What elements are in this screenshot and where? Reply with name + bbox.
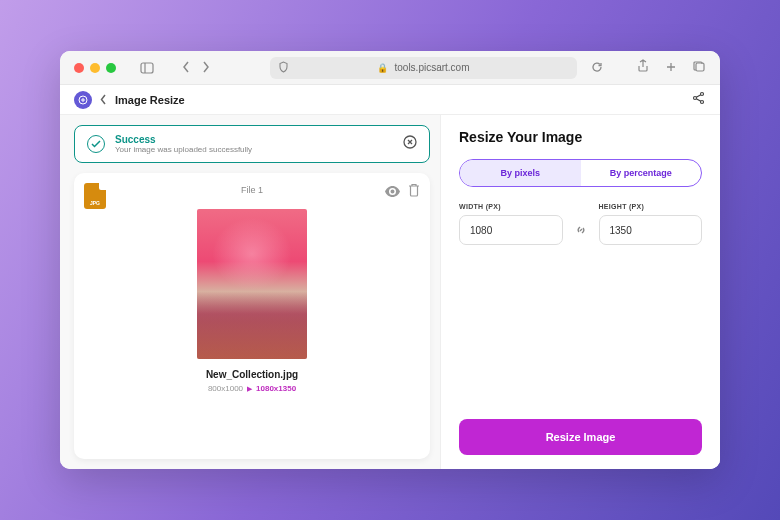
resize-mode-tabs: By pixels By percentage: [459, 159, 702, 187]
close-window-button[interactable]: [74, 63, 84, 73]
file-label: File 1: [241, 185, 263, 195]
url-text: tools.picsart.com: [394, 62, 469, 73]
image-thumbnail[interactable]: [197, 209, 307, 359]
shield-icon: [278, 61, 289, 75]
resize-panel: Resize Your Image By pixels By percentag…: [440, 115, 720, 469]
svg-rect-2: [696, 63, 704, 71]
delete-icon[interactable]: [408, 183, 420, 201]
share-icon[interactable]: [637, 59, 649, 77]
new-tab-icon[interactable]: [665, 59, 677, 77]
dimension-fields: WIDTH (PX) HEIGHT (PX): [459, 203, 702, 245]
preview-icon[interactable]: [385, 183, 400, 201]
maximize-window-button[interactable]: [106, 63, 116, 73]
lock-icon: 🔒: [377, 63, 388, 73]
width-input[interactable]: [459, 215, 563, 245]
check-circle-icon: [87, 135, 105, 153]
width-field-group: WIDTH (PX): [459, 203, 563, 245]
share-nodes-icon[interactable]: [692, 91, 706, 109]
refresh-icon[interactable]: [591, 61, 603, 75]
alert-message: Your image was uploaded successfully: [115, 145, 393, 154]
tabs-icon[interactable]: [693, 59, 706, 77]
back-caret-icon[interactable]: [100, 91, 107, 109]
page-title: Image Resize: [115, 94, 185, 106]
alert-text: Success Your image was uploaded successf…: [115, 134, 393, 154]
tab-pixels[interactable]: By pixels: [460, 160, 581, 186]
minimize-window-button[interactable]: [90, 63, 100, 73]
nav-arrows: [182, 59, 210, 77]
height-input[interactable]: [599, 215, 703, 245]
svg-point-4: [694, 96, 697, 99]
resize-button[interactable]: Resize Image: [459, 419, 702, 455]
file-type-badge: JPG: [84, 183, 106, 209]
url-bar[interactable]: 🔒 tools.picsart.com: [270, 57, 577, 79]
back-button[interactable]: [182, 59, 190, 77]
width-label: WIDTH (PX): [459, 203, 563, 210]
browser-window: 🔒 tools.picsart.com Image Resize Success…: [60, 51, 720, 469]
aspect-lock-icon[interactable]: [571, 215, 591, 245]
card-actions: [385, 183, 420, 201]
svg-rect-0: [141, 63, 153, 73]
forward-button[interactable]: [202, 59, 210, 77]
height-field-group: HEIGHT (PX): [599, 203, 703, 245]
traffic-lights: [74, 63, 116, 73]
app-header: Image Resize: [60, 85, 720, 115]
file-name: New_Collection.jpg: [206, 369, 298, 380]
close-alert-button[interactable]: [403, 135, 417, 153]
alert-title: Success: [115, 134, 393, 145]
browser-actions: [637, 59, 706, 77]
height-label: HEIGHT (PX): [599, 203, 703, 210]
app-logo[interactable]: [74, 91, 92, 109]
panel-title: Resize Your Image: [459, 129, 702, 145]
success-alert: Success Your image was uploaded successf…: [74, 125, 430, 163]
left-column: Success Your image was uploaded successf…: [60, 115, 440, 469]
original-dimensions: 800x1000: [208, 384, 243, 393]
browser-chrome: 🔒 tools.picsart.com: [60, 51, 720, 85]
new-dimensions: 1080x1350: [256, 384, 296, 393]
file-card: JPG File 1 New_Collection.jpg 800x1000 ▶…: [74, 173, 430, 459]
sidebar-toggle-icon[interactable]: [140, 62, 154, 74]
tab-percentage[interactable]: By percentage: [581, 160, 702, 186]
content-area: Success Your image was uploaded successf…: [60, 115, 720, 469]
arrow-right-icon: ▶: [247, 385, 252, 393]
dimensions-display: 800x1000 ▶ 1080x1350: [208, 384, 296, 393]
